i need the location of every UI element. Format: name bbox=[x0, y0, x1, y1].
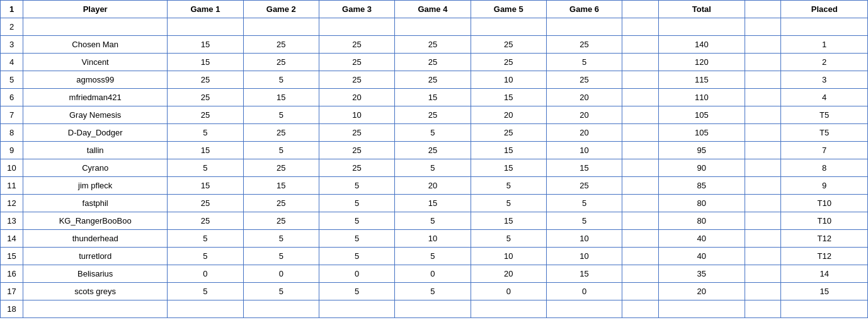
cell-total-col: 35 bbox=[658, 265, 745, 283]
cell-row-num: 7 bbox=[1, 106, 23, 124]
cell-game-col: 25 bbox=[471, 54, 546, 71]
cell-game-col: 15 bbox=[471, 159, 546, 177]
cell-game-col: 5 bbox=[395, 283, 471, 300]
cell-game-col: 5 bbox=[471, 230, 546, 248]
cell-game-col: 25 bbox=[546, 177, 622, 195]
cell-player-col: KG_RangerBooBoo bbox=[23, 212, 168, 230]
cell-game-col: 5 bbox=[319, 212, 394, 230]
cell-gap2-col bbox=[745, 36, 781, 54]
cell-game-col bbox=[243, 300, 319, 318]
cell-total-col: 20 bbox=[658, 283, 745, 300]
cell-game-col: 10 bbox=[319, 106, 394, 124]
cell-game-col: 5 bbox=[243, 71, 319, 89]
cell-placed-col: T10 bbox=[781, 195, 868, 212]
cell-player-col: Cyrano bbox=[23, 159, 168, 177]
cell-placed-col: T12 bbox=[781, 230, 868, 248]
cell-total-col: 105 bbox=[658, 124, 745, 142]
header-gap-col bbox=[622, 1, 658, 18]
cell-row-num: 12 bbox=[1, 195, 23, 212]
cell-game-col: 5 bbox=[319, 195, 394, 212]
cell-game-col: 5 bbox=[395, 212, 471, 230]
cell-gap2-col bbox=[745, 300, 781, 318]
cell-game-col: 25 bbox=[319, 54, 394, 71]
cell-game-col: 25 bbox=[319, 36, 394, 54]
cell-game-col: 10 bbox=[546, 230, 622, 248]
cell-row-num: 18 bbox=[1, 300, 23, 318]
cell-game-col: 25 bbox=[395, 36, 471, 54]
cell-game-col: 15 bbox=[395, 89, 471, 106]
cell-game-col: 25 bbox=[319, 159, 394, 177]
cell-row-num: 3 bbox=[1, 36, 23, 54]
cell-player-col: scots greys bbox=[23, 283, 168, 300]
cell-game-col: 5 bbox=[546, 54, 622, 71]
cell-total-col: 110 bbox=[658, 89, 745, 106]
cell-total-col: 115 bbox=[658, 71, 745, 89]
cell-game-col: 5 bbox=[243, 248, 319, 265]
cell-total-col: 95 bbox=[658, 142, 745, 159]
cell-game-col: 20 bbox=[546, 124, 622, 142]
cell-player-col: Gray Nemesis bbox=[23, 106, 168, 124]
cell-player-col: Chosen Man bbox=[23, 36, 168, 54]
cell-gap-col bbox=[622, 230, 658, 248]
cell-total-col bbox=[658, 18, 745, 36]
header-player-col: Player bbox=[23, 1, 168, 18]
cell-game-col bbox=[395, 18, 471, 36]
cell-row-num: 17 bbox=[1, 283, 23, 300]
cell-player-col: jim pfleck bbox=[23, 177, 168, 195]
header-gap2-col bbox=[745, 1, 781, 18]
cell-game-col: 20 bbox=[319, 89, 394, 106]
cell-placed-col: 15 bbox=[781, 283, 868, 300]
cell-game-col: 15 bbox=[168, 142, 243, 159]
cell-game-col: 25 bbox=[168, 195, 243, 212]
cell-gap2-col bbox=[745, 195, 781, 212]
cell-gap-col bbox=[622, 265, 658, 283]
cell-game-col: 5 bbox=[319, 230, 394, 248]
cell-game-col: 5 bbox=[168, 159, 243, 177]
cell-gap-col bbox=[622, 212, 658, 230]
cell-player-col bbox=[23, 18, 168, 36]
cell-game-col: 15 bbox=[471, 212, 546, 230]
cell-game-col: 5 bbox=[168, 283, 243, 300]
cell-game-col: 5 bbox=[471, 195, 546, 212]
header-row-num: 1 bbox=[1, 1, 23, 18]
cell-game-col: 5 bbox=[243, 283, 319, 300]
cell-game-col: 25 bbox=[168, 106, 243, 124]
cell-player-col: turretlord bbox=[23, 248, 168, 265]
cell-game-col: 25 bbox=[395, 106, 471, 124]
cell-placed-col: 8 bbox=[781, 159, 868, 177]
cell-game-col: 20 bbox=[546, 106, 622, 124]
header-game-col: Game 4 bbox=[395, 1, 471, 18]
cell-row-num: 13 bbox=[1, 212, 23, 230]
cell-game-col: 20 bbox=[471, 106, 546, 124]
cell-player-col: agmoss99 bbox=[23, 71, 168, 89]
cell-row-num: 15 bbox=[1, 248, 23, 265]
cell-row-num: 10 bbox=[1, 159, 23, 177]
cell-gap2-col bbox=[745, 212, 781, 230]
cell-gap-col bbox=[622, 89, 658, 106]
cell-game-col: 10 bbox=[546, 142, 622, 159]
cell-placed-col: 1 bbox=[781, 36, 868, 54]
cell-game-col: 20 bbox=[471, 265, 546, 283]
cell-game-col: 25 bbox=[319, 124, 394, 142]
cell-game-col: 5 bbox=[243, 142, 319, 159]
cell-placed-col bbox=[781, 300, 868, 318]
cell-game-col bbox=[546, 300, 622, 318]
cell-row-num: 6 bbox=[1, 89, 23, 106]
cell-gap2-col bbox=[745, 265, 781, 283]
cell-player-col: tallin bbox=[23, 142, 168, 159]
cell-row-num: 2 bbox=[1, 18, 23, 36]
cell-game-col bbox=[319, 300, 394, 318]
cell-player-col: Belisarius bbox=[23, 265, 168, 283]
cell-game-col: 5 bbox=[168, 230, 243, 248]
cell-total-col: 80 bbox=[658, 212, 745, 230]
cell-game-col bbox=[319, 18, 394, 36]
cell-gap-col bbox=[622, 54, 658, 71]
cell-game-col: 25 bbox=[319, 142, 394, 159]
cell-game-col: 15 bbox=[546, 159, 622, 177]
cell-game-col: 15 bbox=[471, 142, 546, 159]
cell-row-num: 8 bbox=[1, 124, 23, 142]
cell-game-col bbox=[168, 300, 243, 318]
cell-player-col: mfriedman421 bbox=[23, 89, 168, 106]
cell-game-col: 15 bbox=[168, 54, 243, 71]
cell-total-col: 90 bbox=[658, 159, 745, 177]
